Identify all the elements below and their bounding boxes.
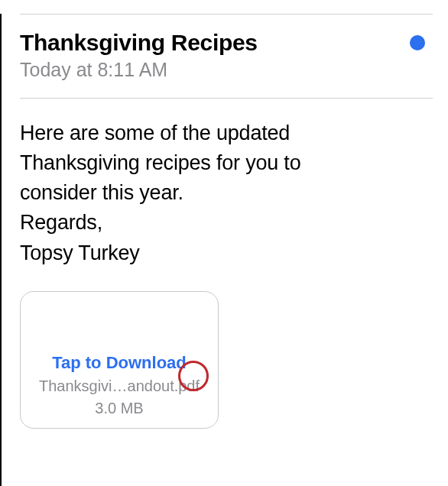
email-subject: Thanksgiving Recipes (20, 30, 258, 56)
body-line: Topsy Turkey (20, 238, 433, 268)
attachment-file-size: 3.0 MB (95, 400, 143, 417)
body-line: Here are some of the updated (20, 118, 433, 148)
body-line: Thanksgiving recipes for you to (20, 148, 433, 178)
unread-indicator-icon (410, 35, 425, 50)
email-header: Thanksgiving Recipes (20, 30, 433, 56)
divider (20, 98, 433, 99)
email-view: Thanksgiving Recipes Today at 8:11 AM He… (0, 14, 448, 486)
body-line: Regards, (20, 208, 433, 238)
download-action-label: Tap to Download (52, 353, 187, 373)
divider (20, 14, 433, 15)
body-line: consider this year. (20, 178, 433, 208)
email-timestamp: Today at 8:11 AM (20, 59, 433, 81)
attachment-card[interactable]: Tap to Download Thanksgivi…andout.pdf 3.… (20, 291, 219, 429)
attachment-file-name: Thanksgivi…andout.pdf (39, 377, 200, 395)
email-body: Here are some of the updated Thanksgivin… (20, 118, 433, 268)
